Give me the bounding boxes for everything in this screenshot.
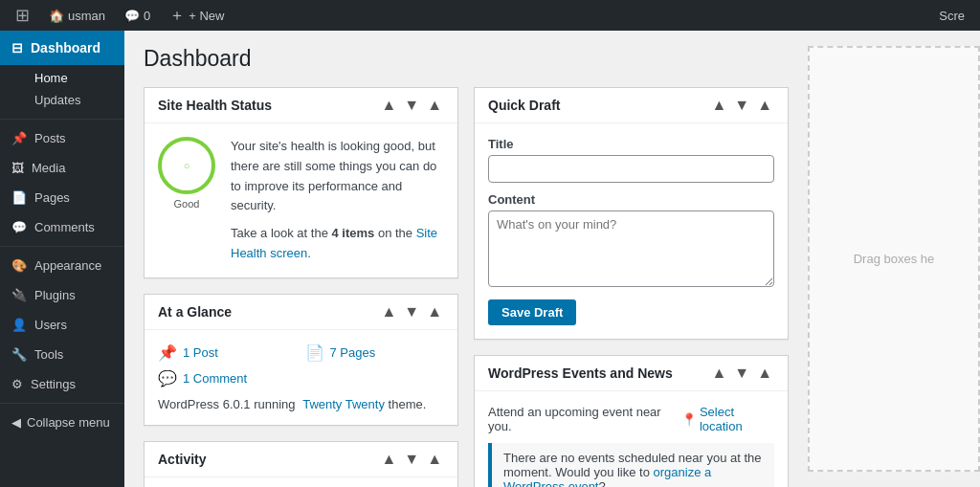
comments-link[interactable]: 1 Comment [183,371,247,386]
posts-link[interactable]: 1 Post [183,345,218,360]
close-icon[interactable]: ▲ [755,365,774,381]
users-icon: 👤 [11,318,27,332]
health-status-label: Good [174,198,200,210]
at-a-glance-header: At a Glance ▲ ▼ ▲ [145,295,457,330]
close-icon[interactable]: ▲ [425,304,444,320]
activity-header: Activity ▲ ▼ ▲ [145,442,457,477]
location-icon: 📍 [681,412,697,427]
collapse-icon: ◀ [11,415,21,430]
sidebar-dashboard-sub: Home Updates [0,65,124,115]
glance-posts: 📌 1 Post [158,343,298,362]
glance-items: 📌 1 Post 📄 7 Pages 💬 1 Comment [158,343,444,387]
title-label: Title [488,137,774,151]
sidebar: ⊟ Dashboard Home Updates 📌 Posts 🖼 Media… [0,31,124,487]
wp-events-body: Attend an upcoming event near you. 📍 Sel… [475,391,788,487]
select-location-link[interactable]: 📍 Select location [681,405,774,433]
activity-widget: Activity ▲ ▼ ▲ Recently Published Jul 15… [144,441,458,487]
collapse-down-icon[interactable]: ▼ [732,98,751,113]
at-a-glance-controls: ▲ ▼ ▲ [379,304,444,320]
close-icon[interactable]: ▲ [755,98,774,113]
dashboard-icon: ⊟ [11,40,23,55]
comments-icon: 💬 [11,220,27,234]
theme-link[interactable]: Twenty Twenty [302,397,385,411]
collapse-up-icon[interactable]: ▲ [379,98,398,113]
left-column: Site Health Status ▲ ▼ ▲ ○ [144,87,458,487]
collapse-up-icon[interactable]: ▲ [709,365,728,381]
site-name[interactable]: 🏠 usman [41,0,113,31]
sidebar-item-appearance[interactable]: 🎨 Appearance [0,251,124,280]
media-icon: 🖼 [11,161,24,175]
health-text: Your site's health is looking good, but … [231,137,444,264]
close-icon[interactable]: ▲ [425,98,444,113]
sidebar-item-users[interactable]: 👤 Users [0,310,124,340]
save-draft-button[interactable]: Save Draft [488,299,576,325]
comment-icon: 💬 [158,369,177,387]
collapse-up-icon[interactable]: ▲ [709,98,728,113]
new-content-button[interactable]: ＋ + New [162,0,232,31]
health-message: Your site's health is looking good, but … [231,137,444,216]
at-a-glance-body: 📌 1 Post 📄 7 Pages 💬 1 Comment [145,330,457,425]
site-health-body: ○ Good Your site's health is looking goo… [145,123,457,277]
glance-pages: 📄 7 Pages [305,343,445,362]
activity-body: Recently Published Jul 15th, 7:41 am Hel… [145,477,457,487]
sidebar-item-media[interactable]: 🖼 Media [0,153,124,183]
events-intro: Attend an upcoming event near you. 📍 Sel… [488,405,774,433]
wp-events-widget: WordPress Events and News ▲ ▼ ▲ Attend a… [474,355,789,487]
close-icon[interactable]: ▲ [425,452,444,467]
drag-drop-area: Drag boxes he [808,46,980,472]
sidebar-item-settings[interactable]: ⚙ Settings [0,369,124,399]
content-label: Content [488,192,774,207]
wp-events-controls: ▲ ▼ ▲ [709,365,774,381]
comment-icon: 💬 [124,9,140,23]
plugins-icon: 🔌 [11,288,27,302]
sidebar-item-home[interactable]: Home [34,67,124,89]
health-circle: ○ [158,137,215,194]
search-button[interactable]: Scre [931,9,972,23]
events-notice: There are no events scheduled near you a… [488,443,774,487]
collapse-down-icon[interactable]: ▼ [402,452,421,467]
site-health-widget: Site Health Status ▲ ▼ ▲ ○ [144,87,458,278]
at-a-glance-widget: At a Glance ▲ ▼ ▲ 📌 1 Post [144,294,458,426]
sidebar-item-posts[interactable]: 📌 Posts [0,123,124,153]
comments-button[interactable]: 💬 0 [117,0,158,31]
sidebar-item-tools[interactable]: 🔧 Tools [0,340,124,369]
house-icon: 🏠 [49,9,64,23]
site-health-controls: ▲ ▼ ▲ [379,98,444,113]
content-textarea[interactable] [488,210,774,287]
collapse-down-icon[interactable]: ▼ [402,304,421,320]
sidebar-item-plugins[interactable]: 🔌 Plugins [0,280,124,310]
collapse-up-icon[interactable]: ▲ [379,304,398,320]
collapse-menu-button[interactable]: ◀ Collapse menu [0,408,124,437]
widget-grid: Site Health Status ▲ ▼ ▲ ○ [144,87,789,487]
content-field-group: Content [488,192,774,290]
wp-version: WordPress 6.0.1 running Twenty Twenty th… [158,397,444,411]
tools-icon: 🔧 [11,347,27,362]
sidebar-item-dashboard[interactable]: ⊟ Dashboard [0,31,124,65]
page-title: Dashboard [144,46,789,72]
wp-events-header: WordPress Events and News ▲ ▼ ▲ [475,356,788,391]
health-check-icon: ○ [184,160,190,171]
glance-comments: 💬 1 Comment [158,369,298,387]
main-content: Dashboard Site Health Status ▲ ▼ ▲ [124,31,808,487]
plus-icon: ＋ [169,6,185,26]
sidebar-item-pages[interactable]: 📄 Pages [0,183,124,212]
sidebar-item-comments[interactable]: 💬 Comments [0,212,124,242]
sidebar-item-updates[interactable]: Updates [34,89,124,111]
activity-controls: ▲ ▼ ▲ [379,452,444,467]
wp-logo[interactable]: ⊞ [8,0,37,31]
posts-icon: 📌 [11,131,27,145]
quick-draft-body: Title Content Save Draft [475,123,788,339]
collapse-down-icon[interactable]: ▼ [402,98,421,113]
settings-icon: ⚙ [11,377,23,391]
right-column: Quick Draft ▲ ▼ ▲ Title Cont [474,87,789,487]
quick-draft-header: Quick Draft ▲ ▼ ▲ [475,88,788,123]
collapse-down-icon[interactable]: ▼ [732,365,751,381]
admin-bar: ⊞ 🏠 usman 💬 0 ＋ + New Scre [0,0,980,31]
pages-link[interactable]: 7 Pages [330,345,376,360]
appearance-icon: 🎨 [11,258,27,273]
health-cta: Take a look at the 4 items on the Site H… [231,224,444,264]
collapse-up-icon[interactable]: ▲ [379,452,398,467]
title-input[interactable] [488,155,774,183]
quick-draft-widget: Quick Draft ▲ ▼ ▲ Title Cont [474,87,789,340]
quick-draft-controls: ▲ ▼ ▲ [709,98,774,113]
